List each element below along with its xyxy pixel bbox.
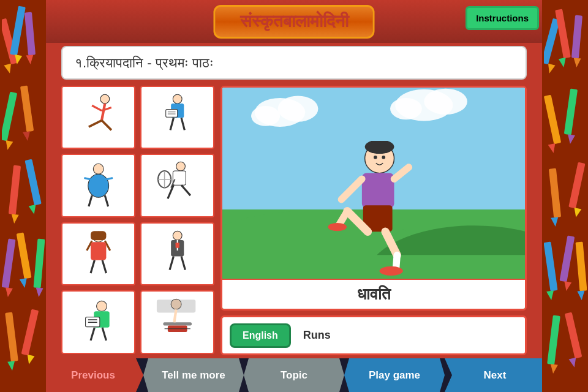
- svg-rect-100: [175, 243, 179, 248]
- svg-line-65: [91, 260, 94, 273]
- svg-point-54: [93, 164, 104, 174]
- svg-marker-47: [568, 358, 578, 368]
- svg-rect-8: [20, 86, 33, 132]
- activity-card-3[interactable]: [61, 222, 135, 285]
- activity-card-2[interactable]: [61, 154, 135, 217]
- left-pencil-border: [0, 0, 46, 392]
- svg-line-66: [102, 260, 106, 273]
- main-image-content: धावति: [222, 88, 525, 309]
- svg-marker-1: [4, 64, 13, 75]
- activity-card-8[interactable]: [140, 222, 214, 285]
- activity-card-1[interactable]: [61, 86, 135, 149]
- grid-col-2: [140, 86, 214, 392]
- svg-rect-32: [564, 89, 577, 135]
- svg-rect-36: [568, 162, 585, 209]
- svg-point-55: [88, 174, 109, 197]
- svg-point-139: [380, 266, 403, 276]
- svg-rect-24: [544, 18, 560, 65]
- svg-marker-43: [577, 291, 585, 301]
- activity-card-7[interactable]: [140, 154, 214, 217]
- activity-card-4[interactable]: [61, 290, 135, 353]
- svg-marker-9: [23, 131, 31, 141]
- svg-marker-5: [26, 55, 34, 65]
- play-game-button[interactable]: Play game: [344, 358, 445, 392]
- svg-rect-20: [5, 312, 18, 362]
- svg-rect-12: [24, 159, 41, 206]
- svg-line-56: [89, 195, 92, 206]
- svg-marker-29: [573, 58, 581, 68]
- next-button[interactable]: Next: [445, 358, 545, 392]
- grid-col-1: [61, 86, 135, 392]
- english-translation: Runs: [303, 329, 331, 342]
- svg-rect-22: [21, 309, 39, 356]
- activity-grid: [61, 86, 214, 355]
- right-pencil-border: [542, 0, 588, 392]
- svg-line-72: [91, 327, 94, 340]
- tell-more-button[interactable]: Tell me more: [143, 358, 244, 392]
- svg-marker-25: [546, 64, 555, 75]
- title-banner: संस्कृतबालामोदिनी: [214, 5, 375, 39]
- svg-line-132: [341, 179, 361, 199]
- svg-line-96: [181, 185, 190, 195]
- svg-rect-26: [555, 9, 571, 59]
- svg-marker-21: [7, 361, 16, 371]
- svg-point-129: [374, 156, 377, 159]
- svg-rect-42: [575, 242, 586, 292]
- svg-marker-27: [558, 58, 567, 68]
- svg-rect-4: [24, 12, 35, 56]
- svg-rect-40: [559, 236, 575, 282]
- svg-line-137: [385, 232, 397, 255]
- svg-point-89: [176, 162, 185, 171]
- svg-rect-34: [548, 168, 560, 218]
- svg-line-49: [102, 104, 105, 121]
- svg-point-123: [390, 98, 422, 119]
- svg-line-57: [105, 195, 108, 206]
- svg-marker-7: [4, 140, 13, 151]
- svg-point-48: [100, 95, 110, 104]
- svg-point-97: [173, 232, 182, 241]
- main-image-box: धावति: [221, 86, 527, 311]
- svg-marker-23: [25, 355, 34, 365]
- activity-card-9[interactable]: [140, 290, 214, 353]
- svg-line-102: [181, 257, 185, 270]
- lesson-title: १.क्रियापदानि - प्रथमः पाठः: [75, 55, 214, 71]
- svg-rect-90: [173, 171, 186, 185]
- topic-button[interactable]: Topic: [244, 358, 344, 392]
- svg-line-101: [170, 257, 173, 270]
- sanskrit-word: धावति: [222, 279, 525, 309]
- svg-rect-16: [16, 233, 31, 279]
- svg-rect-2: [10, 6, 26, 56]
- activity-card-6[interactable]: [140, 86, 214, 149]
- svg-rect-28: [571, 15, 582, 59]
- english-panel: English Runs: [221, 315, 527, 355]
- app-title: संस्कृतबालामोदिनी: [240, 12, 349, 31]
- svg-line-50: [89, 121, 102, 127]
- svg-rect-44: [547, 315, 560, 365]
- svg-point-119: [278, 96, 318, 121]
- svg-line-133: [394, 167, 409, 179]
- svg-marker-17: [19, 278, 28, 288]
- previous-button[interactable]: Previous: [43, 358, 143, 392]
- svg-line-87: [170, 118, 173, 130]
- svg-point-140: [328, 223, 347, 231]
- svg-line-51: [102, 121, 111, 130]
- svg-rect-64: [91, 243, 106, 261]
- english-button[interactable]: English: [230, 323, 291, 348]
- instructions-button[interactable]: Instructions: [466, 6, 539, 30]
- svg-line-73: [102, 327, 106, 340]
- svg-rect-10: [8, 165, 20, 215]
- bottom-nav: Previous Tell me more Topic Play game Ne…: [43, 358, 545, 392]
- svg-marker-35: [551, 217, 559, 227]
- svg-point-67: [96, 301, 107, 311]
- svg-marker-15: [4, 287, 12, 298]
- svg-point-82: [173, 95, 182, 104]
- grid-columns: [61, 86, 214, 392]
- content-area: धावति English Runs: [61, 86, 527, 355]
- svg-marker-39: [546, 290, 555, 301]
- subtitle-bar: १.क्रियापदानि - प्रथमः पाठः: [61, 46, 527, 80]
- svg-rect-131: [362, 173, 394, 208]
- svg-marker-11: [10, 214, 19, 224]
- svg-marker-13: [28, 205, 37, 215]
- svg-marker-41: [562, 281, 571, 292]
- svg-line-52: [92, 106, 102, 111]
